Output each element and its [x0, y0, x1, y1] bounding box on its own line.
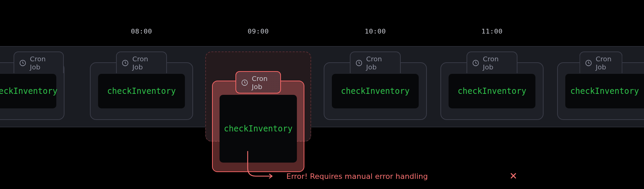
- time-label: 09:00: [248, 27, 269, 35]
- cron-function-name: eckInventory: [0, 86, 57, 96]
- cron-function-box: checkInventory: [449, 74, 535, 108]
- clock-icon: [585, 59, 592, 67]
- cron-tab: Cron Job: [235, 71, 281, 93]
- cron-tab-label: Cron Job: [366, 55, 394, 71]
- cron-card-error: Cron Job checkInventory: [212, 81, 304, 172]
- time-label: 10:00: [365, 27, 386, 35]
- cron-card-partial: Cron Job checkInventory: [557, 62, 644, 120]
- cron-tab: Cron Job: [467, 51, 517, 73]
- x-icon: [276, 173, 283, 180]
- cron-function-name: checkInventory: [341, 86, 410, 96]
- time-label: 08:00: [131, 27, 152, 35]
- clock-icon: [19, 59, 26, 67]
- cron-function-box: eckInventory: [0, 74, 56, 108]
- cron-tab: Cron Job: [580, 51, 623, 73]
- cron-card: Cron Job checkInventory: [324, 62, 427, 120]
- clock-icon: [355, 59, 363, 67]
- cron-tab-label: Cron Job: [596, 55, 616, 71]
- cron-error-region: Cron Job checkInventory: [205, 51, 311, 142]
- timeline-lane: Cron Job eckInventory Cron Job checkInve…: [0, 46, 644, 127]
- time-axis: 08:00 09:00 10:00 11:00: [0, 27, 644, 37]
- cron-card: Cron Job checkInventory: [90, 62, 193, 120]
- time-label: 11:00: [481, 27, 503, 35]
- cron-card: Cron Job checkInventory: [440, 62, 544, 120]
- cron-tab: Cron Job: [350, 51, 401, 73]
- cron-tab: Cron Job: [14, 51, 64, 73]
- cron-function-name: checkInventory: [224, 124, 292, 133]
- cron-tab-label: Cron Job: [483, 55, 511, 71]
- cron-function-box: checkInventory: [220, 95, 297, 163]
- cron-function-box: checkInventory: [98, 74, 185, 108]
- cron-tab-label: Cron Job: [252, 75, 274, 91]
- error-message: Error! Requires manual error handling: [286, 172, 428, 181]
- cron-tab-label: Cron Job: [132, 55, 160, 71]
- clock-icon: [472, 59, 479, 67]
- cron-function-box: checkInventory: [565, 74, 644, 108]
- clock-icon: [241, 79, 248, 86]
- cron-timeline: 08:00 09:00 10:00 11:00 Cron Job eckInve…: [0, 27, 644, 127]
- cron-function-box: checkInventory: [332, 74, 419, 108]
- cron-function-name: checkInventory: [570, 86, 639, 96]
- cron-function-name: checkInventory: [458, 86, 526, 96]
- cron-function-name: checkInventory: [107, 86, 176, 96]
- cron-card-partial: Cron Job eckInventory: [0, 62, 64, 120]
- cron-tab-label: Cron Job: [30, 55, 57, 71]
- error-label: Error! Requires manual error handling: [276, 172, 428, 181]
- clock-icon: [121, 59, 129, 67]
- cron-tab: Cron Job: [116, 51, 167, 73]
